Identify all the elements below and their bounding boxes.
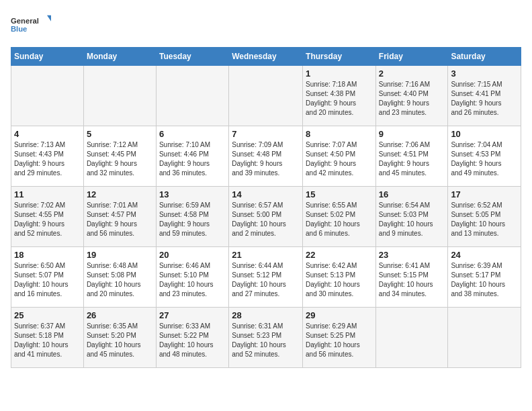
calendar-cell xyxy=(229,66,303,126)
calendar-cell: 12Sunrise: 7:01 AM Sunset: 4:57 PM Dayli… xyxy=(83,187,156,247)
day-info: Sunrise: 6:35 AM Sunset: 5:20 PM Dayligh… xyxy=(87,322,153,359)
weekday-header-tuesday: Tuesday xyxy=(156,48,228,66)
calendar-cell: 11Sunrise: 7:02 AM Sunset: 4:55 PM Dayli… xyxy=(11,187,84,247)
day-info: Sunrise: 7:16 AM Sunset: 4:40 PM Dayligh… xyxy=(379,80,445,118)
calendar-cell: 3Sunrise: 7:15 AM Sunset: 4:41 PM Daylig… xyxy=(448,66,521,126)
calendar-cell: 18Sunrise: 6:50 AM Sunset: 5:07 PM Dayli… xyxy=(11,247,84,308)
day-number: 13 xyxy=(159,189,226,199)
day-number: 11 xyxy=(14,189,81,199)
calendar-cell: 10Sunrise: 7:04 AM Sunset: 4:53 PM Dayli… xyxy=(448,126,521,187)
day-info: Sunrise: 6:46 AM Sunset: 5:10 PM Dayligh… xyxy=(159,261,226,299)
calendar-cell: 20Sunrise: 6:46 AM Sunset: 5:10 PM Dayli… xyxy=(156,247,228,308)
day-number: 27 xyxy=(159,310,226,320)
day-number: 8 xyxy=(306,129,373,139)
calendar-cell xyxy=(11,66,84,126)
calendar-cell: 9Sunrise: 7:06 AM Sunset: 4:51 PM Daylig… xyxy=(375,126,448,187)
day-info: Sunrise: 6:55 AM Sunset: 5:02 PM Dayligh… xyxy=(306,201,373,238)
day-info: Sunrise: 7:12 AM Sunset: 4:45 PM Dayligh… xyxy=(87,140,153,178)
calendar-cell xyxy=(156,66,228,126)
calendar-cell: 28Sunrise: 6:31 AM Sunset: 5:23 PM Dayli… xyxy=(229,308,303,368)
calendar-cell: 23Sunrise: 6:41 AM Sunset: 5:15 PM Dayli… xyxy=(375,247,448,308)
day-info: Sunrise: 7:10 AM Sunset: 4:46 PM Dayligh… xyxy=(159,140,226,178)
calendar-cell: 26Sunrise: 6:35 AM Sunset: 5:20 PM Dayli… xyxy=(83,308,156,368)
calendar-cell: 7Sunrise: 7:09 AM Sunset: 4:48 PM Daylig… xyxy=(229,126,303,187)
calendar-cell xyxy=(375,308,448,368)
weekday-header-sunday: Sunday xyxy=(11,48,84,66)
calendar-cell: 4Sunrise: 7:13 AM Sunset: 4:43 PM Daylig… xyxy=(11,126,84,187)
calendar-cell: 22Sunrise: 6:42 AM Sunset: 5:13 PM Dayli… xyxy=(303,247,376,308)
day-number: 22 xyxy=(306,250,373,260)
day-info: Sunrise: 7:06 AM Sunset: 4:51 PM Dayligh… xyxy=(379,140,445,178)
weekday-header-thursday: Thursday xyxy=(303,48,376,66)
calendar-cell: 6Sunrise: 7:10 AM Sunset: 4:46 PM Daylig… xyxy=(156,126,228,187)
calendar-cell: 1Sunrise: 7:18 AM Sunset: 4:38 PM Daylig… xyxy=(303,66,376,126)
day-number: 19 xyxy=(87,250,153,260)
day-number: 28 xyxy=(232,310,300,320)
day-number: 21 xyxy=(232,250,300,260)
calendar-cell: 21Sunrise: 6:44 AM Sunset: 5:12 PM Dayli… xyxy=(229,247,303,308)
logo-svg: General Blue xyxy=(11,11,51,39)
day-info: Sunrise: 6:33 AM Sunset: 5:22 PM Dayligh… xyxy=(159,322,226,359)
calendar-cell: 2Sunrise: 7:16 AM Sunset: 4:40 PM Daylig… xyxy=(375,66,448,126)
day-number: 5 xyxy=(87,129,153,139)
day-number: 26 xyxy=(87,310,153,320)
logo: General Blue xyxy=(11,11,51,39)
calendar-cell: 5Sunrise: 7:12 AM Sunset: 4:45 PM Daylig… xyxy=(83,126,156,187)
day-number: 2 xyxy=(379,68,445,79)
day-info: Sunrise: 7:01 AM Sunset: 4:57 PM Dayligh… xyxy=(87,201,153,238)
day-info: Sunrise: 6:37 AM Sunset: 5:18 PM Dayligh… xyxy=(14,322,81,359)
day-number: 17 xyxy=(451,189,518,199)
day-info: Sunrise: 7:15 AM Sunset: 4:41 PM Dayligh… xyxy=(451,80,518,118)
day-info: Sunrise: 6:29 AM Sunset: 5:25 PM Dayligh… xyxy=(306,322,373,359)
day-number: 25 xyxy=(14,310,81,320)
calendar-cell: 24Sunrise: 6:39 AM Sunset: 5:17 PM Dayli… xyxy=(448,247,521,308)
day-number: 20 xyxy=(159,250,226,260)
svg-text:Blue: Blue xyxy=(11,25,27,33)
calendar-cell: 16Sunrise: 6:54 AM Sunset: 5:03 PM Dayli… xyxy=(375,187,448,247)
calendar-cell: 19Sunrise: 6:48 AM Sunset: 5:08 PM Dayli… xyxy=(83,247,156,308)
calendar-cell: 8Sunrise: 7:07 AM Sunset: 4:50 PM Daylig… xyxy=(303,126,376,187)
calendar-cell: 27Sunrise: 6:33 AM Sunset: 5:22 PM Dayli… xyxy=(156,308,228,368)
calendar-cell: 29Sunrise: 6:29 AM Sunset: 5:25 PM Dayli… xyxy=(303,308,376,368)
day-number: 9 xyxy=(379,129,445,139)
calendar-cell: 15Sunrise: 6:55 AM Sunset: 5:02 PM Dayli… xyxy=(303,187,376,247)
calendar-table: SundayMondayTuesdayWednesdayThursdayFrid… xyxy=(11,47,521,368)
day-number: 16 xyxy=(379,189,445,199)
day-number: 29 xyxy=(306,310,373,320)
day-info: Sunrise: 7:18 AM Sunset: 4:38 PM Dayligh… xyxy=(306,80,373,118)
day-number: 12 xyxy=(87,189,153,199)
day-number: 4 xyxy=(14,129,81,139)
day-info: Sunrise: 6:41 AM Sunset: 5:15 PM Dayligh… xyxy=(379,261,445,299)
day-number: 1 xyxy=(306,68,373,79)
calendar-cell: 17Sunrise: 6:52 AM Sunset: 5:05 PM Dayli… xyxy=(448,187,521,247)
day-number: 14 xyxy=(232,189,300,199)
day-info: Sunrise: 6:52 AM Sunset: 5:05 PM Dayligh… xyxy=(451,201,518,238)
day-number: 3 xyxy=(451,68,518,79)
svg-marker-2 xyxy=(47,15,51,21)
weekday-header-saturday: Saturday xyxy=(448,48,521,66)
day-info: Sunrise: 6:39 AM Sunset: 5:17 PM Dayligh… xyxy=(451,261,518,299)
weekday-header-monday: Monday xyxy=(83,48,156,66)
day-info: Sunrise: 6:57 AM Sunset: 5:00 PM Dayligh… xyxy=(232,201,300,238)
day-info: Sunrise: 7:07 AM Sunset: 4:50 PM Dayligh… xyxy=(306,140,373,178)
calendar-cell xyxy=(448,308,521,368)
day-info: Sunrise: 7:04 AM Sunset: 4:53 PM Dayligh… xyxy=(451,140,518,178)
day-number: 23 xyxy=(379,250,445,260)
day-info: Sunrise: 7:09 AM Sunset: 4:48 PM Dayligh… xyxy=(232,140,300,178)
page-header: General Blue xyxy=(11,11,521,39)
calendar-cell: 14Sunrise: 6:57 AM Sunset: 5:00 PM Dayli… xyxy=(229,187,303,247)
calendar-cell: 13Sunrise: 6:59 AM Sunset: 4:58 PM Dayli… xyxy=(156,187,228,247)
svg-text:General: General xyxy=(11,17,39,25)
day-info: Sunrise: 6:59 AM Sunset: 4:58 PM Dayligh… xyxy=(159,201,226,238)
day-info: Sunrise: 6:48 AM Sunset: 5:08 PM Dayligh… xyxy=(87,261,153,299)
day-info: Sunrise: 7:13 AM Sunset: 4:43 PM Dayligh… xyxy=(14,140,81,178)
day-number: 18 xyxy=(14,250,81,260)
day-info: Sunrise: 6:42 AM Sunset: 5:13 PM Dayligh… xyxy=(306,261,373,299)
day-info: Sunrise: 6:54 AM Sunset: 5:03 PM Dayligh… xyxy=(379,201,445,238)
weekday-header-friday: Friday xyxy=(375,48,448,66)
day-info: Sunrise: 6:31 AM Sunset: 5:23 PM Dayligh… xyxy=(232,322,300,359)
day-info: Sunrise: 6:50 AM Sunset: 5:07 PM Dayligh… xyxy=(14,261,81,299)
day-number: 15 xyxy=(306,189,373,199)
weekday-header-wednesday: Wednesday xyxy=(229,48,303,66)
day-number: 24 xyxy=(451,250,518,260)
